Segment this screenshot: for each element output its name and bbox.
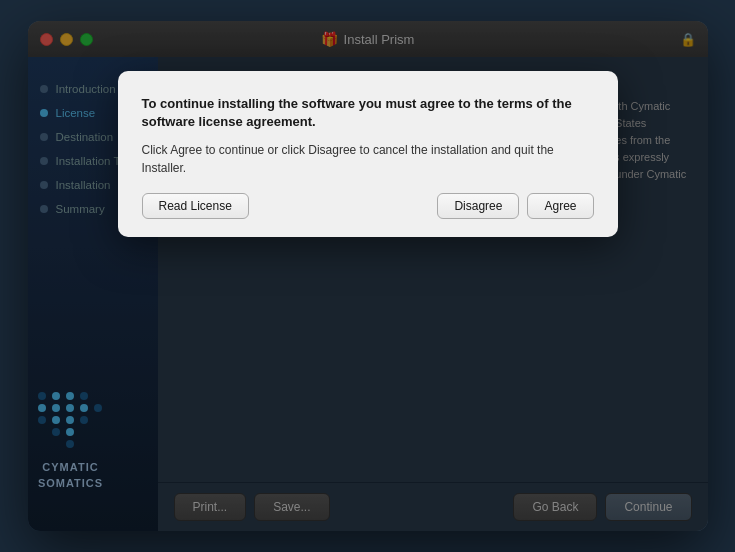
- modal-body: To continue installing the software you …: [142, 95, 594, 177]
- modal-buttons: Read License Disagree Agree: [142, 193, 594, 219]
- modal-overlay: To continue installing the software you …: [28, 57, 708, 531]
- modal-message: Click Agree to continue or click Disagre…: [142, 141, 594, 177]
- license-agreement-modal: To continue installing the software you …: [118, 71, 618, 237]
- main-content: Introduction License Destination Install…: [28, 57, 708, 531]
- agree-button[interactable]: Agree: [527, 193, 593, 219]
- modal-title: To continue installing the software you …: [142, 95, 594, 131]
- read-license-button[interactable]: Read License: [142, 193, 249, 219]
- disagree-button[interactable]: Disagree: [437, 193, 519, 219]
- installer-window: 🎁 Install Prism 🔒 Introduction License D…: [28, 21, 708, 531]
